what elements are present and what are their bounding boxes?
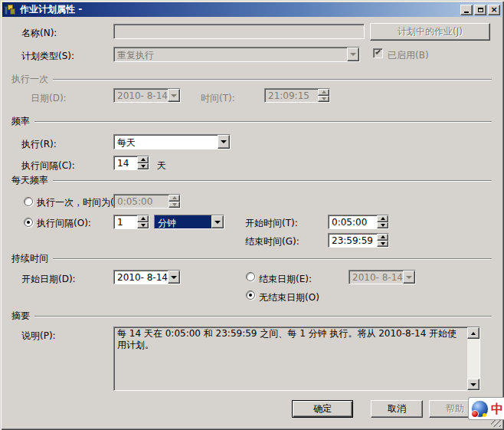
daily-start-time-spinner[interactable]: 0:05:00 <box>328 215 389 229</box>
dropdown-arrow-button <box>168 89 180 102</box>
frequency-section-header: 频率 <box>11 116 492 126</box>
occurs-every-value: 1 <box>114 215 137 228</box>
summary-section-header: 摘要 <box>11 310 492 321</box>
occurs-every-label: 执行间隔(O): <box>37 217 91 230</box>
occurs-value: 每天 <box>114 135 218 149</box>
end-date-value: 2010- 8-14 <box>349 271 403 284</box>
occurs-label: 执行(R): <box>21 138 57 151</box>
one-time-header-text: 执行一次 <box>11 73 53 86</box>
arrow-down-icon <box>141 224 146 227</box>
end-date-dropdown: 2010- 8-14 <box>349 270 416 284</box>
vertical-scrollbar[interactable] <box>467 327 479 390</box>
ime-language-bar[interactable]: 中 <box>468 397 504 420</box>
schedule-icon <box>5 5 16 15</box>
spinner-down-button[interactable] <box>137 222 149 229</box>
arrow-up-icon <box>471 332 476 335</box>
spinner-buttons[interactable] <box>377 234 388 247</box>
dropdown-arrow-button <box>347 48 359 61</box>
name-input <box>113 24 365 39</box>
occurs-dropdown[interactable]: 每天 <box>113 134 231 149</box>
spinner-buttons[interactable] <box>137 215 149 228</box>
start-date-value: 2010- 8-14 <box>114 271 168 284</box>
spinner-buttons[interactable] <box>137 156 149 169</box>
spinner-up-button[interactable] <box>377 234 388 241</box>
dropdown-arrow-button[interactable] <box>218 135 230 149</box>
start-date-dropdown[interactable]: 2010- 8-14 <box>113 270 181 284</box>
maximize-button[interactable] <box>474 5 486 15</box>
description-label: 说明(P): <box>21 330 56 343</box>
enabled-label: 已启用(B) <box>388 49 429 62</box>
section-divider <box>34 121 492 123</box>
end-date-radio[interactable] <box>246 272 255 281</box>
ime-icon[interactable] <box>472 401 488 417</box>
cancel-button[interactable]: 取消 <box>371 400 423 418</box>
arrow-down-icon <box>381 224 385 227</box>
title-bar[interactable]: 作业计划属性 - × <box>2 2 502 17</box>
one-time-time-value: 21:09:15 <box>265 89 318 102</box>
ok-button[interactable]: 确定 <box>292 400 353 418</box>
dropdown-arrow-button <box>403 271 415 284</box>
no-end-date-radio[interactable] <box>246 290 255 300</box>
scroll-down-button[interactable] <box>467 379 479 390</box>
maximize-icon <box>478 8 483 12</box>
dropdown-arrow-button[interactable] <box>211 215 224 228</box>
spinner-buttons <box>318 89 329 102</box>
chevron-down-icon <box>214 221 221 224</box>
occurs-every-value-spinner[interactable]: 1 <box>113 215 149 229</box>
description-textarea[interactable]: 每 14 天在 0:05:00 和 23:59:59 之间、每 1 分钟 执行。… <box>113 327 480 391</box>
spinner-up-button[interactable] <box>377 215 388 222</box>
schedule-type-label: 计划类型(S): <box>21 50 74 63</box>
occurs-every-radio[interactable] <box>24 218 33 227</box>
chevron-down-icon <box>406 276 412 279</box>
close-button[interactable]: × <box>488 5 500 15</box>
occurs-every-unit-value: 分钟 <box>155 215 211 228</box>
spinner-up-button[interactable] <box>137 215 149 222</box>
job-schedule-properties-dialog: 作业计划属性 - × 名称(N): 计划中的作业(J) 计划类型(S): 重复执… <box>0 0 504 430</box>
spinner-down-button[interactable] <box>377 222 388 229</box>
daily-frequency-section-header: 每天频率 <box>11 175 492 185</box>
spinner-down-button[interactable] <box>137 163 149 170</box>
daily-start-time-label: 开始时间(T): <box>245 217 298 230</box>
section-divider <box>53 79 492 80</box>
spinner-buttons <box>169 195 180 208</box>
one-time-time-label: 时间(T): <box>201 92 235 105</box>
arrow-up-icon <box>141 158 146 161</box>
scroll-up-button[interactable] <box>467 327 479 339</box>
ime-red-dot-icon <box>471 410 479 418</box>
one-time-time-spinner: 21:09:15 <box>264 88 330 103</box>
minimize-icon <box>464 11 469 13</box>
name-value <box>114 25 364 38</box>
frequency-header-text: 频率 <box>11 115 34 128</box>
window-title: 作业计划属性 - <box>20 3 459 16</box>
dropdown-arrow-button[interactable] <box>168 271 180 284</box>
daily-end-time-label: 结束时间(G): <box>245 235 299 248</box>
spinner-down-button <box>169 202 180 208</box>
section-divider <box>34 316 492 317</box>
occurs-every-unit-dropdown[interactable]: 分钟 <box>154 215 224 229</box>
arrow-up-icon <box>172 196 177 199</box>
occurs-once-time-value: 0:05:00 <box>114 195 169 208</box>
spinner-buttons[interactable] <box>377 215 388 228</box>
spinner-up-button[interactable] <box>137 156 149 163</box>
arrow-down-icon <box>172 203 177 206</box>
spinner-down-button[interactable] <box>377 241 388 248</box>
minimize-button[interactable] <box>460 5 473 15</box>
daily-end-time-spinner[interactable]: 23:59:59 <box>328 233 389 248</box>
recurs-interval-spinner[interactable]: 14 <box>113 156 149 170</box>
occurs-once-radio[interactable] <box>24 197 33 206</box>
arrow-down-icon <box>322 97 326 100</box>
arrow-up-icon <box>141 217 146 220</box>
spinner-up-button <box>318 89 329 96</box>
chevron-down-icon <box>221 140 227 143</box>
no-end-date-label: 无结束日期(O) <box>259 291 319 304</box>
one-time-date-value: 2010- 8-14 <box>114 89 168 102</box>
arrow-down-icon <box>381 242 385 245</box>
scrollbar-track[interactable] <box>467 339 479 379</box>
start-date-label: 开始日期(D): <box>21 273 76 286</box>
chevron-down-icon <box>350 53 356 56</box>
name-label: 名称(N): <box>21 27 57 40</box>
ime-mode-indicator[interactable]: 中 <box>491 402 503 418</box>
check-icon <box>375 49 381 54</box>
schedule-type-dropdown: 重复执行 <box>113 47 360 62</box>
close-icon: × <box>490 6 497 14</box>
